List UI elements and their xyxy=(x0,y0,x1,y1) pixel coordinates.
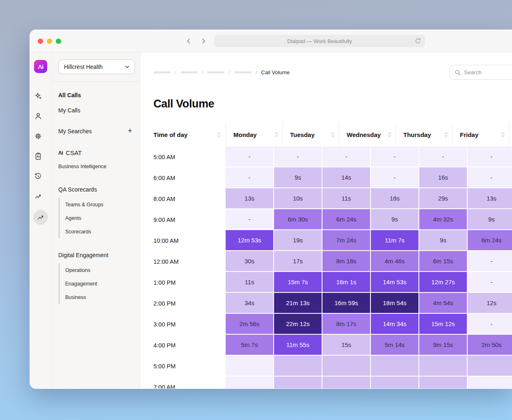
minimize-window-button[interactable] xyxy=(47,39,52,44)
rail-item-gear[interactable] xyxy=(33,131,43,141)
sidebar-item-label: All Calls xyxy=(58,92,81,98)
back-button[interactable] xyxy=(185,37,193,45)
sidebar-item-my-searches[interactable]: My Searches+ xyxy=(58,123,135,139)
sort-icon xyxy=(217,132,221,137)
row-time-label: 3:00 PM xyxy=(153,314,226,335)
column-header-label: Monday xyxy=(233,131,257,138)
sidebar-item-enagagement[interactable]: Enagagement xyxy=(65,277,135,290)
dialpad-ai-logo[interactable]: Λi xyxy=(34,60,47,73)
sidebar-item-digital-engagement[interactable]: Digital Engagement xyxy=(58,247,135,262)
heatmap-cell xyxy=(371,377,419,388)
column-header-friday[interactable]: Friday xyxy=(452,123,509,146)
heatmap-cell: 16m 59s xyxy=(322,293,371,314)
heatmap-cell: 19s xyxy=(274,230,322,251)
column-header-time-of-day[interactable]: Time of day xyxy=(153,123,226,146)
browser-window: Dialpad — Work Beautifully Λi Hillcrest … xyxy=(30,30,512,389)
heatmap-cell: 9s xyxy=(419,230,468,251)
heatmap-cell xyxy=(419,356,468,377)
sidebar-item-my-calls[interactable]: My Calls xyxy=(58,103,135,118)
column-header-monday[interactable]: Monday xyxy=(226,123,282,146)
add-search-button[interactable]: + xyxy=(128,127,135,135)
heatmap-cell: - xyxy=(419,146,468,167)
heatmap-cell: 4m 46s xyxy=(371,251,419,272)
close-window-button[interactable] xyxy=(38,39,43,44)
sidebar-item-operations[interactable]: Operations xyxy=(65,263,135,277)
row-time-label: 2:00 PM xyxy=(153,293,226,314)
history-icon xyxy=(34,172,43,181)
sidebar-item-label: My Searches xyxy=(58,128,92,135)
sidebar: Hillcrest Health All CallsMy CallsMy Sea… xyxy=(52,52,140,388)
heatmap-cell: 15m 7s xyxy=(274,272,322,293)
sidebar-item-teams-groups[interactable]: Teams & Groups xyxy=(65,198,135,211)
sidebar-item-all-calls[interactable]: All Calls xyxy=(58,87,135,103)
heatmap-cell xyxy=(468,356,512,377)
heatmap-cell: - xyxy=(468,314,512,335)
sort-icon xyxy=(444,132,448,137)
table-row: 4:00 PM5m 7s11m 55s15s5m 14s9m 15s2m 50s xyxy=(153,335,512,356)
forward-button[interactable] xyxy=(199,37,208,45)
heatmap-cell: 11m 7s xyxy=(371,230,419,251)
heatmap-cell xyxy=(226,377,274,388)
rail-item-history[interactable] xyxy=(33,171,43,181)
sidebar-item-label: My Calls xyxy=(58,107,80,114)
heatmap-cell: - xyxy=(371,146,419,167)
table-row: 5:00 AM------ xyxy=(153,146,512,167)
sidebar-item-qa-scorecards[interactable]: QA Scorecards xyxy=(58,182,135,197)
column-header-wednesday[interactable]: Wednesday xyxy=(339,123,395,146)
breadcrumb-placeholder xyxy=(207,71,224,73)
heatmap-cell: 4m 54s xyxy=(419,293,468,314)
heatmap-cell: 30s xyxy=(226,251,274,272)
heatmap-cell: 9m 15s xyxy=(419,335,468,356)
row-time-label: 8:00 AM xyxy=(153,188,226,209)
heatmap-cell: 15m 12s xyxy=(419,314,468,335)
rail-item-sparkles[interactable] xyxy=(33,91,43,101)
heatmap-cell: 14s xyxy=(322,167,371,188)
column-header-label: Thursday xyxy=(403,131,431,138)
breadcrumb-current: Call Volume xyxy=(261,69,290,75)
search-input[interactable]: Search xyxy=(450,65,512,80)
table-row: 8:00 AM13s10s11s18s29s13s xyxy=(153,188,512,209)
sparkles-icon xyxy=(34,91,43,100)
column-header-label: Wednesday xyxy=(347,131,381,138)
heatmap-cell: 8m 17s xyxy=(322,314,371,335)
table-row: 9:00 AM-6m 30s6m 24s9s4m 32s9s xyxy=(153,209,512,230)
heatmap-cell: 6m 24s xyxy=(322,209,371,230)
rail-item-person[interactable] xyxy=(33,111,43,121)
heatmap-cell: 18m 54s xyxy=(371,293,419,314)
rail-item-clipboard-ai[interactable] xyxy=(33,151,43,161)
sidebar-item-business[interactable]: Business xyxy=(65,290,135,304)
heatmap-cell: 4m 32s xyxy=(419,209,468,230)
browser-chrome: Dialpad — Work Beautifully xyxy=(30,30,512,52)
heatmap-cell: - xyxy=(322,146,371,167)
heatmap-cell: 7m 24s xyxy=(322,230,371,251)
call-volume-table: Time of dayMondayTuesdayWednesdayThursda… xyxy=(153,123,512,388)
sidebar-item-agents[interactable]: Agents xyxy=(65,211,135,225)
workspace-dropdown[interactable]: Hillcrest Health xyxy=(58,59,135,74)
chevron-right-icon xyxy=(200,38,207,44)
chevron-left-icon xyxy=(185,38,192,44)
column-header-thursday[interactable]: Thursday xyxy=(395,123,452,146)
rail-item-trending-active[interactable] xyxy=(33,210,48,225)
column-header-label: Friday xyxy=(460,131,478,138)
sidebar-item-business-intelligence[interactable]: Business Intelligence xyxy=(58,160,135,173)
column-header-tuesday[interactable]: Tuesday xyxy=(282,123,339,146)
row-time-label: 1:00 PM xyxy=(153,272,226,293)
reload-button[interactable] xyxy=(414,37,421,46)
main-content: ////Call Volume Search Call Volume Time … xyxy=(140,52,512,388)
zoom-window-button[interactable] xyxy=(56,39,61,44)
breadcrumb: ////Call Volume xyxy=(153,69,290,75)
table-row: 7:00 AM xyxy=(153,377,512,388)
address-bar[interactable]: Dialpad — Work Beautifully xyxy=(214,35,425,47)
heatmap-cell: - xyxy=(468,146,512,167)
sidebar-item-scorecards[interactable]: Scorecards xyxy=(65,225,135,238)
heatmap-cell: 17s xyxy=(274,251,322,272)
rail-item-trending[interactable] xyxy=(33,192,43,201)
sidebar-item-label: CSAT xyxy=(66,149,82,156)
heatmap-cell: - xyxy=(371,167,419,188)
sidebar-item-csat[interactable]: ΛiCSAT xyxy=(58,145,135,160)
row-time-label: 6:00 AM xyxy=(153,167,226,188)
table-row: 5:00 PM xyxy=(153,356,512,377)
chevron-down-icon xyxy=(124,64,130,70)
reload-icon xyxy=(414,37,421,44)
heatmap-cell: 13s xyxy=(226,188,274,209)
